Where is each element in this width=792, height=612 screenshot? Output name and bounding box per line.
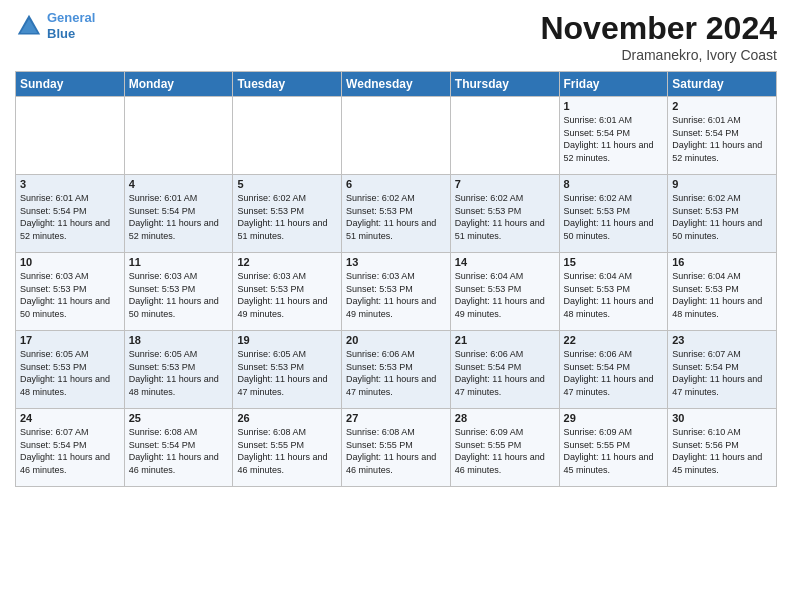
day-info: Sunrise: 6:06 AM Sunset: 5:54 PM Dayligh… [564,348,664,398]
calendar-cell: 12 Sunrise: 6:03 AM Sunset: 5:53 PM Dayl… [233,253,342,331]
calendar-cell: 26 Sunrise: 6:08 AM Sunset: 5:55 PM Dayl… [233,409,342,487]
header-row: Sunday Monday Tuesday Wednesday Thursday… [16,72,777,97]
calendar-cell [450,97,559,175]
calendar-week-2: 3 Sunrise: 6:01 AM Sunset: 5:54 PM Dayli… [16,175,777,253]
col-thursday: Thursday [450,72,559,97]
day-number: 7 [455,178,555,190]
col-monday: Monday [124,72,233,97]
day-number: 6 [346,178,446,190]
calendar-cell [342,97,451,175]
day-number: 12 [237,256,337,268]
col-tuesday: Tuesday [233,72,342,97]
day-info: Sunrise: 6:09 AM Sunset: 5:55 PM Dayligh… [455,426,555,476]
calendar-cell: 22 Sunrise: 6:06 AM Sunset: 5:54 PM Dayl… [559,331,668,409]
calendar-cell: 23 Sunrise: 6:07 AM Sunset: 5:54 PM Dayl… [668,331,777,409]
title-block: November 2024 Dramanekro, Ivory Coast [540,10,777,63]
day-number: 2 [672,100,772,112]
calendar-cell: 1 Sunrise: 6:01 AM Sunset: 5:54 PM Dayli… [559,97,668,175]
calendar-cell: 7 Sunrise: 6:02 AM Sunset: 5:53 PM Dayli… [450,175,559,253]
calendar-week-4: 17 Sunrise: 6:05 AM Sunset: 5:53 PM Dayl… [16,331,777,409]
col-sunday: Sunday [16,72,125,97]
day-number: 1 [564,100,664,112]
calendar-week-5: 24 Sunrise: 6:07 AM Sunset: 5:54 PM Dayl… [16,409,777,487]
calendar-cell: 28 Sunrise: 6:09 AM Sunset: 5:55 PM Dayl… [450,409,559,487]
calendar-cell: 6 Sunrise: 6:02 AM Sunset: 5:53 PM Dayli… [342,175,451,253]
day-number: 25 [129,412,229,424]
logo: General Blue [15,10,95,41]
calendar-cell: 14 Sunrise: 6:04 AM Sunset: 5:53 PM Dayl… [450,253,559,331]
subtitle: Dramanekro, Ivory Coast [540,47,777,63]
day-info: Sunrise: 6:02 AM Sunset: 5:53 PM Dayligh… [455,192,555,242]
day-number: 18 [129,334,229,346]
day-number: 3 [20,178,120,190]
day-info: Sunrise: 6:06 AM Sunset: 5:53 PM Dayligh… [346,348,446,398]
calendar-cell: 20 Sunrise: 6:06 AM Sunset: 5:53 PM Dayl… [342,331,451,409]
day-info: Sunrise: 6:01 AM Sunset: 5:54 PM Dayligh… [20,192,120,242]
day-info: Sunrise: 6:01 AM Sunset: 5:54 PM Dayligh… [672,114,772,164]
day-number: 27 [346,412,446,424]
calendar-cell: 17 Sunrise: 6:05 AM Sunset: 5:53 PM Dayl… [16,331,125,409]
calendar-cell: 30 Sunrise: 6:10 AM Sunset: 5:56 PM Dayl… [668,409,777,487]
calendar-cell: 2 Sunrise: 6:01 AM Sunset: 5:54 PM Dayli… [668,97,777,175]
logo-line2: Blue [47,26,75,41]
calendar-cell: 15 Sunrise: 6:04 AM Sunset: 5:53 PM Dayl… [559,253,668,331]
day-info: Sunrise: 6:02 AM Sunset: 5:53 PM Dayligh… [564,192,664,242]
day-info: Sunrise: 6:04 AM Sunset: 5:53 PM Dayligh… [564,270,664,320]
calendar-cell: 10 Sunrise: 6:03 AM Sunset: 5:53 PM Dayl… [16,253,125,331]
col-friday: Friday [559,72,668,97]
day-number: 24 [20,412,120,424]
day-number: 15 [564,256,664,268]
day-number: 21 [455,334,555,346]
calendar-cell: 24 Sunrise: 6:07 AM Sunset: 5:54 PM Dayl… [16,409,125,487]
calendar-cell: 3 Sunrise: 6:01 AM Sunset: 5:54 PM Dayli… [16,175,125,253]
day-number: 8 [564,178,664,190]
calendar-cell: 8 Sunrise: 6:02 AM Sunset: 5:53 PM Dayli… [559,175,668,253]
day-info: Sunrise: 6:03 AM Sunset: 5:53 PM Dayligh… [129,270,229,320]
day-number: 17 [20,334,120,346]
calendar-cell: 18 Sunrise: 6:05 AM Sunset: 5:53 PM Dayl… [124,331,233,409]
calendar-cell: 25 Sunrise: 6:08 AM Sunset: 5:54 PM Dayl… [124,409,233,487]
logo-text: General Blue [47,10,95,41]
day-info: Sunrise: 6:03 AM Sunset: 5:53 PM Dayligh… [20,270,120,320]
day-info: Sunrise: 6:08 AM Sunset: 5:54 PM Dayligh… [129,426,229,476]
calendar-cell: 21 Sunrise: 6:06 AM Sunset: 5:54 PM Dayl… [450,331,559,409]
calendar-cell: 11 Sunrise: 6:03 AM Sunset: 5:53 PM Dayl… [124,253,233,331]
calendar-cell: 16 Sunrise: 6:04 AM Sunset: 5:53 PM Dayl… [668,253,777,331]
day-info: Sunrise: 6:02 AM Sunset: 5:53 PM Dayligh… [346,192,446,242]
day-info: Sunrise: 6:05 AM Sunset: 5:53 PM Dayligh… [20,348,120,398]
calendar-table: Sunday Monday Tuesday Wednesday Thursday… [15,71,777,487]
day-info: Sunrise: 6:02 AM Sunset: 5:53 PM Dayligh… [237,192,337,242]
day-info: Sunrise: 6:02 AM Sunset: 5:53 PM Dayligh… [672,192,772,242]
day-info: Sunrise: 6:08 AM Sunset: 5:55 PM Dayligh… [237,426,337,476]
calendar-cell [124,97,233,175]
day-number: 23 [672,334,772,346]
day-info: Sunrise: 6:06 AM Sunset: 5:54 PM Dayligh… [455,348,555,398]
calendar-cell [233,97,342,175]
calendar-cell: 9 Sunrise: 6:02 AM Sunset: 5:53 PM Dayli… [668,175,777,253]
day-info: Sunrise: 6:05 AM Sunset: 5:53 PM Dayligh… [129,348,229,398]
logo-icon [15,12,43,40]
day-number: 16 [672,256,772,268]
day-info: Sunrise: 6:04 AM Sunset: 5:53 PM Dayligh… [672,270,772,320]
calendar-cell: 27 Sunrise: 6:08 AM Sunset: 5:55 PM Dayl… [342,409,451,487]
day-info: Sunrise: 6:01 AM Sunset: 5:54 PM Dayligh… [564,114,664,164]
day-number: 11 [129,256,229,268]
day-number: 13 [346,256,446,268]
day-number: 9 [672,178,772,190]
day-number: 26 [237,412,337,424]
day-number: 4 [129,178,229,190]
calendar-week-1: 1 Sunrise: 6:01 AM Sunset: 5:54 PM Dayli… [16,97,777,175]
calendar-cell: 29 Sunrise: 6:09 AM Sunset: 5:55 PM Dayl… [559,409,668,487]
day-number: 14 [455,256,555,268]
calendar-cell: 4 Sunrise: 6:01 AM Sunset: 5:54 PM Dayli… [124,175,233,253]
calendar-cell: 13 Sunrise: 6:03 AM Sunset: 5:53 PM Dayl… [342,253,451,331]
day-number: 20 [346,334,446,346]
day-number: 5 [237,178,337,190]
day-info: Sunrise: 6:09 AM Sunset: 5:55 PM Dayligh… [564,426,664,476]
day-info: Sunrise: 6:07 AM Sunset: 5:54 PM Dayligh… [672,348,772,398]
month-title: November 2024 [540,10,777,47]
page: General Blue November 2024 Dramanekro, I… [0,0,792,497]
day-info: Sunrise: 6:05 AM Sunset: 5:53 PM Dayligh… [237,348,337,398]
day-number: 28 [455,412,555,424]
header: General Blue November 2024 Dramanekro, I… [15,10,777,63]
